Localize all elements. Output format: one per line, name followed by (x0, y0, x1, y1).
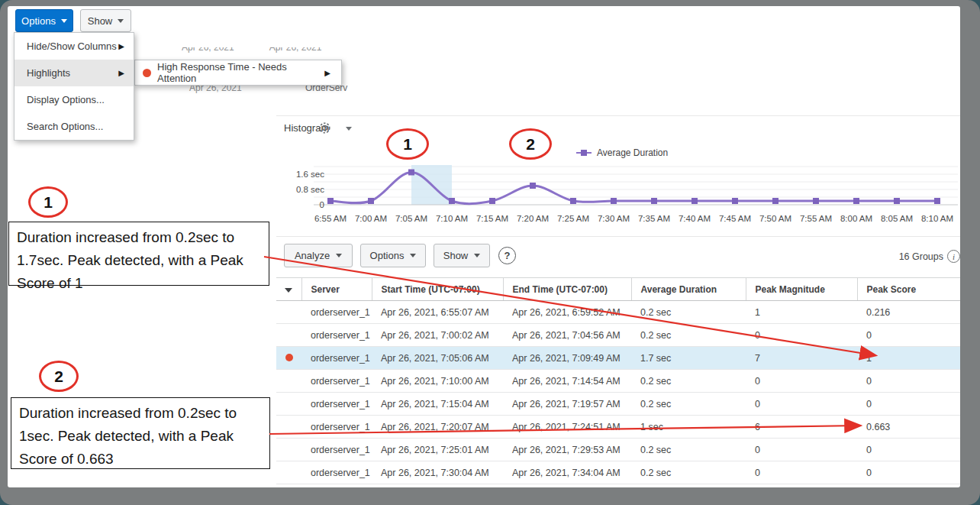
cell-start[interactable]: Apr 26, 2021, 7:15:04 AM (372, 393, 503, 416)
header-select-caret[interactable] (276, 278, 301, 301)
cell-avg[interactable]: 1 sec (631, 416, 746, 439)
cell-server[interactable]: orderserver_1 (301, 439, 372, 461)
chart-point[interactable] (489, 198, 495, 204)
table-options-button[interactable]: Options (360, 244, 426, 267)
cell-magnitude[interactable]: 0 (746, 439, 857, 461)
cell-score[interactable]: 0 (857, 461, 960, 484)
cell-server[interactable]: orderserver_1 (301, 393, 372, 416)
chart-point[interactable] (813, 198, 819, 204)
cell-server[interactable]: orderserver_1 (301, 416, 372, 439)
chart-point[interactable] (530, 183, 536, 189)
cell-avg[interactable]: 0.2 sec (631, 393, 746, 416)
cell-flag[interactable] (276, 324, 301, 347)
menu-item-hide-show-columns[interactable]: Hide/Show Columns ▶ (15, 33, 134, 60)
cell-flag[interactable] (276, 347, 301, 370)
cell-end[interactable]: Apr 26, 2021, 7:29:53 AM (503, 439, 631, 461)
show-button[interactable]: Show (80, 9, 131, 32)
chart-point[interactable] (934, 198, 940, 204)
cell-start[interactable]: Apr 26, 2021, 7:25:01 AM (372, 439, 503, 461)
cell-magnitude[interactable]: 0 (746, 461, 857, 484)
gear-icon[interactable] (318, 121, 332, 135)
cell-avg[interactable]: 0.2 sec (631, 301, 746, 324)
cell-start[interactable]: Apr 26, 2021, 7:10:00 AM (372, 370, 503, 393)
cell-flag[interactable] (276, 416, 301, 439)
highlights-submenu-item[interactable]: High Response Time - Needs Attention ▶ (134, 60, 342, 86)
chart-point[interactable] (570, 198, 576, 204)
table-row[interactable]: orderserver_1Apr 26, 2021, 7:20:07 AMApr… (276, 416, 960, 439)
cell-score[interactable]: 0.216 (857, 301, 960, 324)
cell-end[interactable]: Apr 26, 2021, 7:09:49 AM (503, 347, 631, 370)
cell-score[interactable]: 0 (857, 370, 960, 393)
table-row[interactable]: orderserver_1Apr 26, 2021, 7:15:04 AMApr… (276, 393, 960, 416)
header-end-time[interactable]: End Time (UTC-07:00) (503, 278, 631, 301)
chart-point[interactable] (732, 198, 738, 204)
chart-point[interactable] (691, 198, 698, 204)
cell-start[interactable]: Apr 26, 2021, 7:20:07 AM (372, 416, 503, 439)
cell-flag[interactable] (276, 439, 301, 461)
cell-start[interactable]: Apr 26, 2021, 6:55:07 AM (372, 301, 503, 324)
cell-end[interactable]: Apr 26, 2021, 6:59:52 AM (503, 301, 631, 324)
cell-magnitude[interactable]: 6 (746, 416, 857, 439)
chart-point[interactable] (449, 198, 455, 204)
cell-score[interactable]: 0 (857, 393, 960, 416)
table-row[interactable]: orderserver_1Apr 26, 2021, 7:10:00 AMApr… (276, 370, 960, 393)
histogram-chart[interactable]: 00.8 sec1.6 sec6:55 AM7:00 AM7:05 AM7:10… (279, 159, 960, 231)
cell-server[interactable]: orderserver_1 (301, 347, 372, 370)
cell-server[interactable]: orderserver_1 (301, 370, 372, 393)
analyze-button[interactable]: Analyze (284, 244, 353, 267)
cell-magnitude[interactable]: 0 (746, 324, 857, 347)
cell-score[interactable]: 0.663 (857, 416, 960, 439)
menu-item-display-options[interactable]: Display Options... (15, 86, 134, 113)
cell-start[interactable]: Apr 26, 2021, 7:00:02 AM (372, 324, 503, 347)
chart-point[interactable] (611, 198, 617, 204)
menu-item-search-options[interactable]: Search Options... (15, 113, 134, 140)
cell-server[interactable]: orderserver_1 (301, 461, 372, 484)
table-row[interactable]: orderserver_1Apr 26, 2021, 6:55:07 AMApr… (276, 301, 960, 324)
table-row[interactable]: orderserver_1Apr 26, 2021, 7:30:04 AMApr… (276, 461, 960, 484)
cell-flag[interactable] (276, 301, 301, 324)
cell-magnitude[interactable]: 7 (746, 347, 857, 370)
cell-score[interactable]: 0 (857, 324, 960, 347)
header-peak-magnitude[interactable]: Peak Magnitude (746, 278, 857, 301)
chart-point[interactable] (772, 198, 779, 204)
cell-server[interactable]: orderserver_1 (301, 301, 372, 324)
cell-start[interactable]: Apr 26, 2021, 7:05:06 AM (372, 347, 503, 370)
cell-flag[interactable] (276, 370, 301, 393)
cell-score[interactable]: 1 (857, 347, 960, 370)
cell-end[interactable]: Apr 26, 2021, 7:04:56 AM (503, 324, 631, 347)
menu-item-highlights[interactable]: Highlights ▶ (15, 60, 134, 86)
cell-server[interactable]: orderserver_1 (301, 324, 372, 347)
cell-flag[interactable] (276, 461, 301, 484)
cell-end[interactable]: Apr 26, 2021, 7:34:04 AM (503, 461, 631, 484)
cell-flag[interactable] (276, 393, 301, 416)
table-show-button[interactable]: Show (434, 244, 490, 267)
info-icon[interactable]: i (947, 250, 960, 263)
cell-magnitude[interactable]: 1 (746, 301, 857, 324)
chart-point[interactable] (327, 198, 334, 204)
cell-avg[interactable]: 0.2 sec (631, 439, 746, 461)
table-row[interactable]: orderserver_1Apr 26, 2021, 7:00:02 AMApr… (276, 324, 960, 347)
cell-end[interactable]: Apr 26, 2021, 7:19:57 AM (503, 393, 631, 416)
chart-options-caret-icon[interactable] (346, 127, 352, 131)
options-button[interactable]: Options (15, 9, 73, 32)
cell-score[interactable]: 0 (857, 439, 960, 461)
cell-magnitude[interactable]: 0 (746, 370, 857, 393)
chart-point[interactable] (894, 198, 900, 204)
header-server[interactable]: Server (301, 278, 372, 301)
header-peak-score[interactable]: Peak Score (857, 278, 960, 301)
cell-avg[interactable]: 0.2 sec (631, 370, 746, 393)
table-row[interactable]: orderserver_1Apr 26, 2021, 7:25:01 AMApr… (276, 439, 960, 461)
chart-point[interactable] (408, 170, 414, 176)
chart-point[interactable] (651, 198, 657, 204)
chart-point[interactable] (853, 198, 859, 204)
header-average-duration[interactable]: Average Duration (631, 278, 746, 301)
table-row[interactable]: orderserver_1Apr 26, 2021, 7:05:06 AMApr… (276, 347, 960, 370)
cell-avg[interactable]: 0.2 sec (631, 324, 746, 347)
cell-avg[interactable]: 1.7 sec (631, 347, 746, 370)
cell-end[interactable]: Apr 26, 2021, 7:24:51 AM (503, 416, 631, 439)
cell-start[interactable]: Apr 26, 2021, 7:30:04 AM (372, 461, 503, 484)
chart-point[interactable] (368, 198, 374, 204)
cell-end[interactable]: Apr 26, 2021, 7:14:54 AM (503, 370, 631, 393)
cell-magnitude[interactable]: 0 (746, 393, 857, 416)
header-start-time[interactable]: Start Time (UTC-07:00) (372, 278, 503, 301)
